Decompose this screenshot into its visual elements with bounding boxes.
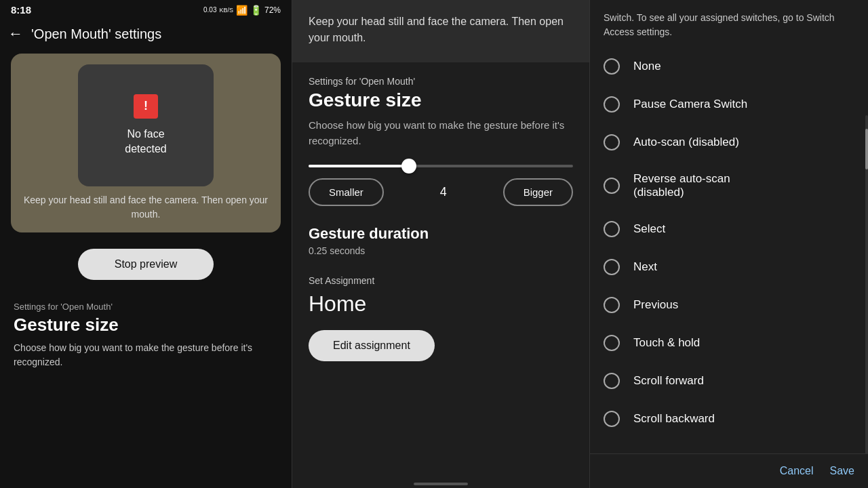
radio-label-5: Next [633,260,657,274]
left-settings-title: Gesture size [14,314,278,336]
battery-icon: 🔋 [250,5,262,16]
radio-circle-2 [604,134,620,150]
radio-label-8: Scroll forward [633,374,704,388]
radio-circle-3 [604,178,620,194]
size-controls: Smaller 4 Bigger [309,178,573,206]
camera-preview-box: ! No facedetected Keep your head still a… [11,54,281,232]
left-panel: 8:18 0.03 KB/S 📶 🔋 72% ← 'Open Mouth' se… [0,0,292,488]
radio-label-2: Auto-scan (disabled) [633,136,739,149]
bottom-actions: Cancel Save [590,453,868,488]
scrollbar [863,47,868,453]
instruction-text: Keep your head still and face the camera… [309,14,573,46]
back-button[interactable]: ← [8,25,23,43]
edit-assignment-button[interactable]: Edit assignment [309,330,435,361]
page-title: 'Open Mouth' settings [31,26,161,42]
left-settings-section: Settings for 'Open Mouth' Gesture size C… [0,291,292,380]
radio-item[interactable]: Reverse auto-scan(disabled) [595,161,857,210]
radio-item[interactable]: Auto-scan (disabled) [595,123,857,161]
radio-label-9: Scroll backward [633,412,715,426]
gesture-size-desc: Choose how big you want to make the gest… [309,118,573,148]
camera-hint: Keep your head still and face the camera… [22,193,270,222]
radio-item[interactable]: None [595,47,857,85]
radio-label-3: Reverse auto-scan(disabled) [633,172,730,199]
no-face-text: No facedetected [125,127,166,157]
middle-panel: Keep your head still and face the camera… [292,0,590,488]
radio-label-1: Pause Camera Switch [633,98,747,111]
middle-content: Settings for 'Open Mouth' Gesture size C… [292,62,589,474]
top-bar: ← 'Open Mouth' settings [0,20,292,48]
data-label: 0.03 [203,6,216,14]
slider-fill [309,165,409,167]
gesture-duration-value: 0.25 seconds [309,245,573,256]
stop-preview-button[interactable]: Stop preview [78,249,214,280]
radio-item[interactable]: Select [595,210,857,248]
radio-circle-0 [604,58,620,75]
set-assignment-label: Set Assignment [309,275,573,286]
scrollbar-thumb [865,129,868,169]
scroll-indicator [414,483,468,485]
size-value: 4 [395,185,492,199]
radio-circle-1 [604,96,620,113]
middle-section-label: Settings for 'Open Mouth' [309,76,573,87]
gesture-size-title: Gesture size [309,89,573,111]
battery-percent: 72% [264,5,281,15]
save-button[interactable]: Save [830,465,854,477]
status-icons: 0.03 KB/S 📶 🔋 72% [203,5,281,16]
left-settings-subtitle: Settings for 'Open Mouth' [14,302,278,312]
radio-item[interactable]: Pause Camera Switch [595,85,857,123]
radio-label-4: Select [633,222,665,236]
right-panel: Switch. To see all your assigned switche… [590,0,868,488]
right-panel-wrapper: NonePause Camera SwitchAuto-scan (disabl… [590,47,868,453]
radio-item[interactable]: Next [595,248,857,286]
right-top-text: Switch. To see all your assigned switche… [590,0,868,47]
radio-list: NonePause Camera SwitchAuto-scan (disabl… [590,47,863,453]
status-time: 8:18 [11,4,31,16]
smaller-button[interactable]: Smaller [309,178,384,206]
radio-item[interactable]: Scroll backward [595,400,857,438]
radio-item[interactable]: Previous [595,286,857,324]
radio-label-0: None [633,60,661,73]
instruction-box: Keep your head still and face the camera… [292,0,589,62]
slider-thumb[interactable] [401,159,416,174]
warning-icon: ! [134,94,158,119]
radio-circle-6 [604,297,620,313]
radio-item[interactable]: Scroll forward [595,362,857,400]
slider-track [309,165,573,167]
radio-circle-4 [604,221,620,237]
radio-item[interactable]: Touch & hold [595,324,857,362]
radio-label-7: Touch & hold [633,336,700,350]
assignment-name: Home [309,291,573,317]
scrollbar-track [865,115,868,453]
radio-circle-8 [604,373,620,389]
gesture-duration-title: Gesture duration [309,225,573,243]
radio-label-6: Previous [633,298,678,312]
status-bar: 8:18 0.03 KB/S 📶 🔋 72% [0,0,292,20]
radio-circle-7 [604,335,620,351]
gesture-size-slider[interactable] [309,165,573,167]
left-settings-desc: Choose how big you want to make the gest… [14,341,278,369]
bigger-button[interactable]: Bigger [503,178,573,206]
data-unit: KB/S [219,7,233,14]
cancel-button[interactable]: Cancel [780,465,814,477]
signal-icon: 📶 [236,5,248,16]
radio-circle-5 [604,259,620,275]
face-detect-box: ! No facedetected [78,64,214,186]
radio-circle-9 [604,411,620,427]
